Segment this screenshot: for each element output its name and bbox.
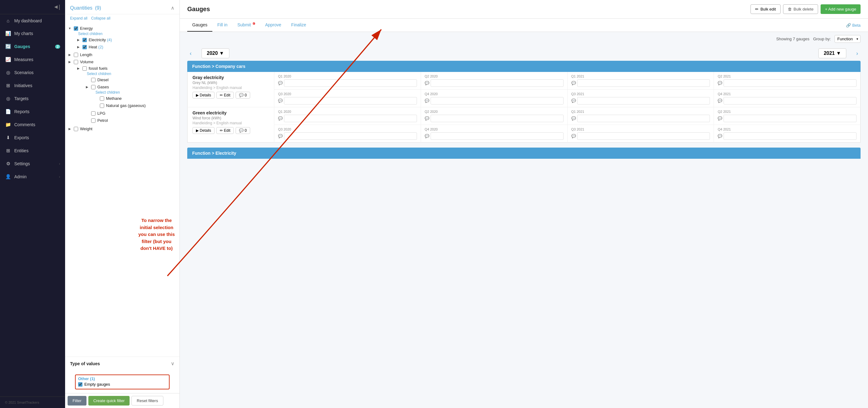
quarter-input[interactable] (723, 97, 857, 104)
select-children-gases[interactable]: Select children (85, 90, 165, 95)
tree-row-heat[interactable]: ▶ Heat (2) (76, 44, 169, 50)
sidebar-item-comments[interactable]: 📁 Comments (0, 118, 65, 131)
sidebar-item-reports[interactable]: 📄 Reports (0, 105, 65, 118)
tree-row-natural-gas[interactable]: ▶ Natural gas (gaseous) (94, 103, 160, 108)
quarter-input[interactable] (577, 97, 710, 104)
tree-row-length[interactable]: ▶ Length (68, 52, 175, 58)
quarter-cell: Q1 2021 💬 (567, 107, 714, 125)
quarter-input[interactable] (723, 132, 857, 140)
sidebar-item-initiatives[interactable]: ⊞ Initiatives (0, 79, 65, 92)
year2-select-button[interactable]: 2021 ▼ (818, 49, 846, 58)
quarter-input[interactable] (577, 132, 710, 140)
panel-collapse-button[interactable]: ∧ (171, 5, 175, 11)
checkbox-weight[interactable] (74, 127, 78, 131)
collapse-all-link[interactable]: Collapse all (91, 16, 111, 21)
tab-fill-in[interactable]: Fill in (212, 19, 232, 32)
checkbox-energy[interactable] (74, 26, 78, 31)
add-new-gauge-button[interactable]: + Add new gauge (820, 4, 861, 14)
tab-approve[interactable]: Approve (260, 19, 286, 32)
type-values-collapse[interactable]: ∨ (171, 360, 175, 367)
quarter-input[interactable] (431, 132, 564, 140)
collapse-sidebar-icon[interactable]: ◄| (53, 4, 60, 10)
sidebar-item-admin[interactable]: 👤 Admin › (0, 170, 65, 183)
checkbox-diesel[interactable] (91, 78, 95, 82)
other-item-empty-gauges[interactable]: Empty gauges (78, 381, 166, 387)
quarter-input[interactable] (431, 97, 564, 104)
sidebar-item-scenarios[interactable]: ◎ Scenarios (0, 66, 65, 79)
tree-row-energy[interactable]: ▼ Energy (68, 25, 175, 31)
filter-button[interactable]: Filter (68, 396, 87, 406)
reset-filters-button[interactable]: Reset filters (131, 396, 163, 406)
group-by-select[interactable]: Function Quantity Location None (835, 35, 861, 43)
bulk-delete-button[interactable]: 🗑 Bulk delete (783, 4, 818, 14)
sidebar-item-dashboard[interactable]: ⌂ My dashboard (0, 14, 65, 27)
details-button-gray[interactable]: ▶ Details (192, 92, 215, 99)
toggle-electricity[interactable]: ▶ (76, 38, 81, 41)
sidebar-item-settings[interactable]: ⚙ Settings › (0, 157, 65, 170)
tree-row-gases[interactable]: ▶ Gases (85, 84, 165, 90)
toggle-gases[interactable]: ▶ (85, 85, 89, 89)
checkbox-electricity[interactable] (83, 38, 87, 42)
select-children-fossil-fuels[interactable]: Select children (76, 72, 169, 76)
quarter-input[interactable] (284, 115, 417, 122)
next-year-button[interactable]: › (854, 50, 861, 57)
tree-row-lpg[interactable]: ▶ LPG (85, 111, 165, 116)
type-of-values-section: Type of values ∨ (65, 356, 180, 371)
sidebar-item-entities[interactable]: ⊞ Entities (0, 144, 65, 157)
quarter-input[interactable] (723, 115, 857, 122)
checkbox-gases[interactable] (91, 85, 95, 89)
checkbox-volume[interactable] (74, 60, 78, 64)
toggle-weight[interactable]: ▶ (68, 127, 72, 130)
tab-submit[interactable]: Submit • (232, 19, 260, 32)
sidebar-item-gauges[interactable]: 🔄 Gauges 2 (0, 40, 65, 53)
tree-row-weight[interactable]: ▶ Weight (68, 126, 175, 132)
label-heat: Heat (2) (89, 45, 103, 49)
checkbox-empty-gauges[interactable] (78, 382, 83, 387)
toggle-length[interactable]: ▶ (68, 53, 72, 56)
toggle-volume[interactable]: ▶ (68, 60, 72, 64)
quarter-input[interactable] (284, 97, 417, 104)
tab-finalize[interactable]: Finalize (286, 19, 311, 32)
tree-row-petrol[interactable]: ▶ Petrol (85, 118, 165, 123)
sidebar-item-measures[interactable]: 📈 Measures (0, 53, 65, 66)
tree-row-fossil-fuels[interactable]: ▶ fossil fuels (76, 65, 169, 71)
quarter-input[interactable] (577, 115, 710, 122)
edit-button-gray[interactable]: ✏ Edit (216, 92, 234, 99)
quarter-input[interactable] (577, 80, 710, 87)
tree-row-methane[interactable]: ▶ Methane (94, 95, 160, 101)
select-children-energy[interactable]: Select children (68, 32, 175, 36)
checkbox-lpg[interactable] (91, 111, 95, 116)
quarter-input[interactable] (284, 132, 417, 140)
checkbox-methane[interactable] (100, 96, 104, 101)
tree-row-diesel[interactable]: ▶ Diesel (85, 77, 165, 83)
toggle-energy[interactable]: ▼ (68, 27, 72, 30)
quarter-cell: Q1 2020 💬 (274, 107, 421, 125)
quarter-cell: Q3 2021 💬 (567, 90, 714, 107)
quick-filter-button[interactable]: Create quick filter (88, 396, 130, 406)
comment-button-gray[interactable]: 💬 0 (236, 92, 250, 99)
prev-year-button[interactable]: ‹ (187, 50, 194, 57)
tree-row-volume[interactable]: ▶ Volume (68, 59, 175, 65)
quarter-input[interactable] (431, 80, 564, 87)
quarter-input[interactable] (284, 80, 417, 87)
quarter-input[interactable] (723, 80, 857, 87)
quarter-input[interactable] (431, 115, 564, 122)
expand-all-link[interactable]: Expand all (70, 16, 87, 21)
toggle-heat[interactable]: ▶ (76, 45, 81, 49)
checkbox-natural-gas[interactable] (100, 103, 104, 108)
edit-button-green[interactable]: ✏ Edit (216, 127, 234, 134)
checkbox-petrol[interactable] (91, 119, 95, 123)
checkbox-heat[interactable] (83, 45, 87, 49)
year1-select-button[interactable]: 2020 ▼ (202, 49, 229, 58)
checkbox-fossil-fuels[interactable] (83, 66, 87, 71)
details-button-green[interactable]: ▶ Details (192, 127, 215, 134)
sidebar-item-charts[interactable]: 📊 My charts (0, 27, 65, 40)
toggle-fossil-fuels[interactable]: ▶ (76, 67, 81, 70)
comment-button-green[interactable]: 💬 0 (236, 127, 250, 134)
tab-gauges[interactable]: Gauges (187, 19, 212, 32)
checkbox-length[interactable] (74, 53, 78, 57)
bulk-edit-button[interactable]: ✏ Bulk edit (750, 4, 781, 14)
sidebar-item-targets[interactable]: ◎ Targets (0, 92, 65, 105)
tree-row-electricity[interactable]: ▶ Electricity (4) (76, 37, 169, 43)
sidebar-item-exports[interactable]: ⬇ Exports (0, 131, 65, 144)
